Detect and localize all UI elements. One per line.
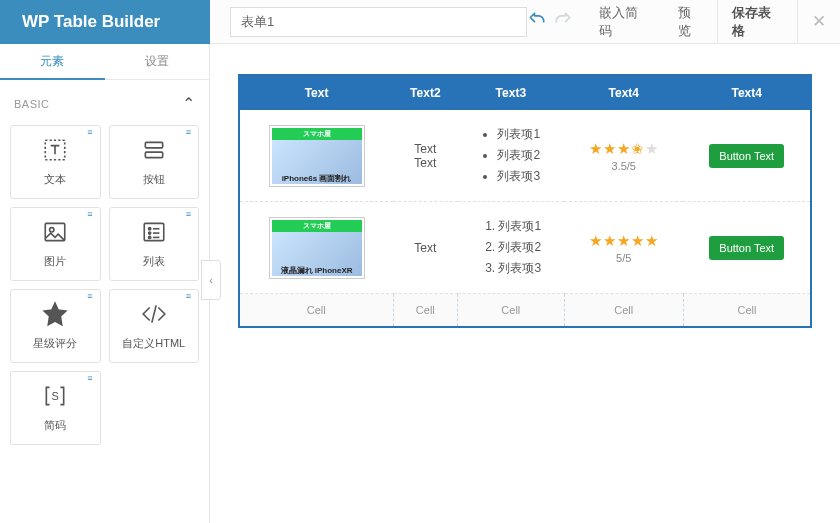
placeholder-cell[interactable]: Cell [683, 294, 811, 328]
cell-image[interactable]: スマホ屋iPhone6s 画面割れ [239, 110, 393, 202]
list-item: 列表项3 [498, 258, 541, 279]
element-card-image[interactable]: ≡图片 [10, 207, 101, 281]
svg-point-6 [148, 228, 150, 230]
list-item: 列表项2 [497, 145, 540, 166]
row-action-button[interactable]: Button Text [709, 236, 784, 260]
star-rating: ★★★✬★ [572, 140, 675, 158]
element-card-label: 自定义HTML [122, 336, 185, 351]
shortcode-icon: S [42, 383, 68, 412]
svg-point-8 [148, 236, 150, 238]
undo-icon[interactable] [527, 10, 547, 33]
element-card-label: 按钮 [143, 172, 165, 187]
table-row: スマホ屋iPhone6s 画面割れTextText列表项1列表项2列表项3★★★… [239, 110, 811, 202]
text-icon [42, 137, 68, 166]
placeholder-cell[interactable]: Cell [458, 294, 564, 328]
table-header-cell[interactable]: Text [239, 75, 393, 110]
toolbar: 嵌入简码 预览 保存表格 ✕ [210, 0, 840, 44]
chevron-up-icon: ⌃ [182, 94, 196, 113]
cell-text[interactable]: Text [393, 202, 458, 294]
list-item: 列表项1 [498, 216, 541, 237]
svg-rect-2 [145, 152, 162, 157]
embed-shortcode-link[interactable]: 嵌入简码 [585, 0, 664, 44]
list-item: 列表项3 [497, 166, 540, 187]
tab-settings[interactable]: 设置 [105, 44, 210, 79]
row-action-button[interactable]: Button Text [709, 144, 784, 168]
cell-rating[interactable]: ★★★✬★3.5/5 [564, 110, 683, 202]
svg-rect-1 [145, 142, 162, 147]
rating-icon [42, 301, 68, 330]
element-card-label: 简码 [44, 418, 66, 433]
table-header-row: TextText2Text3Text4Text4 [239, 75, 811, 110]
table-header-cell[interactable]: Text4 [564, 75, 683, 110]
section-header-basic[interactable]: BASIC ⌃ [0, 80, 209, 119]
cell-rating[interactable]: ★★★★★5/5 [564, 202, 683, 294]
cell-list[interactable]: 列表项1列表项2列表项3 [458, 110, 564, 202]
redo-icon[interactable] [553, 10, 573, 33]
placeholder-cell[interactable]: Cell [393, 294, 458, 328]
app-brand: WP Table Builder [0, 0, 210, 44]
cell-image[interactable]: スマホ屋液晶漏れ iPhoneXR [239, 202, 393, 294]
table-header-cell[interactable]: Text4 [683, 75, 811, 110]
element-card-html[interactable]: ≡自定义HTML [109, 289, 200, 363]
drag-handle-icon: ≡ [87, 294, 93, 298]
table-placeholder-row: CellCellCellCellCell [239, 294, 811, 328]
canvas: TextText2Text3Text4Text4 スマホ屋iPhone6s 画面… [210, 44, 840, 523]
thumbnail: スマホ屋液晶漏れ iPhoneXR [270, 218, 364, 278]
element-card-label: 列表 [143, 254, 165, 269]
table-header-cell[interactable]: Text2 [393, 75, 458, 110]
tab-elements[interactable]: 元素 [0, 44, 105, 80]
placeholder-cell[interactable]: Cell [239, 294, 393, 328]
preview-table: TextText2Text3Text4Text4 スマホ屋iPhone6s 画面… [238, 74, 812, 328]
svg-text:S: S [52, 390, 59, 402]
element-card-text[interactable]: ≡文本 [10, 125, 101, 199]
svg-point-7 [148, 232, 150, 234]
placeholder-cell[interactable]: Cell [564, 294, 683, 328]
close-icon[interactable]: ✕ [798, 11, 840, 32]
star-rating: ★★★★★ [572, 232, 675, 250]
svg-point-4 [50, 228, 54, 232]
preview-link[interactable]: 预览 [664, 0, 717, 44]
element-card-label: 文本 [44, 172, 66, 187]
drag-handle-icon: ≡ [87, 212, 93, 216]
table-row: スマホ屋液晶漏れ iPhoneXRText列表项1列表项2列表项3★★★★★5/… [239, 202, 811, 294]
thumbnail: スマホ屋iPhone6s 画面割れ [270, 126, 364, 186]
list-item: 列表项2 [498, 237, 541, 258]
collapse-sidebar-button[interactable]: ‹ [201, 260, 221, 300]
save-table-button[interactable]: 保存表格 [717, 0, 798, 44]
element-card-list[interactable]: ≡列表 [109, 207, 200, 281]
drag-handle-icon: ≡ [87, 376, 93, 380]
drag-handle-icon: ≡ [87, 130, 93, 134]
element-card-label: 图片 [44, 254, 66, 269]
cell-list[interactable]: 列表项1列表项2列表项3 [458, 202, 564, 294]
button-icon [141, 137, 167, 166]
image-icon [42, 219, 68, 248]
rating-label: 3.5/5 [572, 160, 675, 172]
drag-handle-icon: ≡ [186, 130, 192, 134]
drag-handle-icon: ≡ [186, 294, 192, 298]
sidebar: 元素 设置 BASIC ⌃ ≡文本≡按钮≡图片≡列表≡星级评分≡自定义HTML≡… [0, 44, 210, 523]
cell-text[interactable]: TextText [393, 110, 458, 202]
section-label: BASIC [14, 98, 50, 110]
element-card-button[interactable]: ≡按钮 [109, 125, 200, 199]
element-card-rating[interactable]: ≡星级评分 [10, 289, 101, 363]
list-icon [141, 219, 167, 248]
cell-button[interactable]: Button Text [683, 110, 811, 202]
table-header-cell[interactable]: Text3 [458, 75, 564, 110]
element-card-label: 星级评分 [33, 336, 77, 351]
rating-label: 5/5 [572, 252, 675, 264]
cell-button[interactable]: Button Text [683, 202, 811, 294]
html-icon [141, 301, 167, 330]
element-card-shortcode[interactable]: ≡S简码 [10, 371, 101, 445]
table-title-input[interactable] [230, 7, 527, 37]
list-item: 列表项1 [497, 124, 540, 145]
drag-handle-icon: ≡ [186, 212, 192, 216]
